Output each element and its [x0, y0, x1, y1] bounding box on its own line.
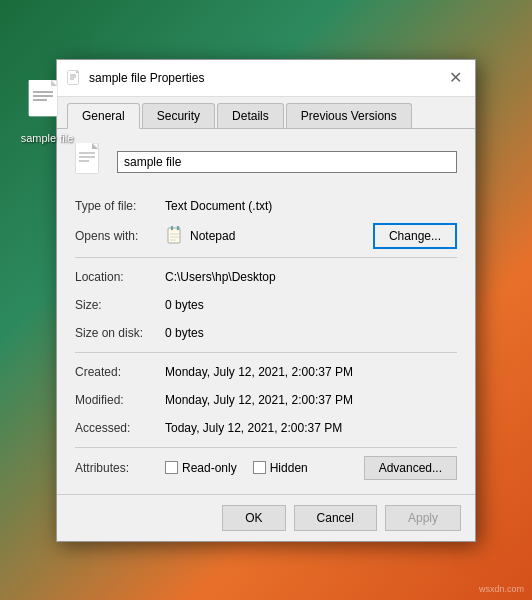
- filename-row: [75, 143, 457, 181]
- hidden-label: Hidden: [270, 461, 308, 475]
- cancel-button[interactable]: Cancel: [294, 505, 377, 531]
- size-label: Size:: [75, 298, 165, 312]
- svg-rect-19: [171, 226, 173, 230]
- modified-value: Monday, July 12, 2021, 2:00:37 PM: [165, 393, 457, 407]
- tab-previous-versions[interactable]: Previous Versions: [286, 103, 412, 128]
- ok-button[interactable]: OK: [222, 505, 285, 531]
- location-value: C:\Users\hp\Desktop: [165, 270, 457, 284]
- separator-1: [75, 257, 457, 258]
- readonly-checkbox-label[interactable]: Read-only: [165, 461, 237, 475]
- close-button[interactable]: ✕: [445, 68, 465, 88]
- watermark: wsxdn.com: [479, 584, 524, 594]
- properties-dialog: sample file Properties ✕ General Securit…: [56, 59, 476, 542]
- created-value: Monday, July 12, 2021, 2:00:37 PM: [165, 365, 457, 379]
- apply-button: Apply: [385, 505, 461, 531]
- opens-with-row: Opens with: Notepad Change...: [75, 223, 457, 249]
- opens-with-label: Opens with:: [75, 229, 165, 243]
- file-icon: [75, 143, 107, 181]
- hidden-checkbox[interactable]: [253, 461, 266, 474]
- hidden-checkbox-label[interactable]: Hidden: [253, 461, 308, 475]
- location-label: Location:: [75, 270, 165, 284]
- button-bar: OK Cancel Apply: [57, 494, 475, 541]
- title-bar-text: sample file Properties: [89, 71, 445, 85]
- dialog-content: Type of file: Text Document (.txt) Opens…: [57, 129, 475, 494]
- accessed-value: Today, July 12, 2021, 2:00:37 PM: [165, 421, 457, 435]
- attributes-row: Attributes: Read-only Hidden Advanced...: [75, 456, 457, 480]
- created-label: Created:: [75, 365, 165, 379]
- tab-details[interactable]: Details: [217, 103, 284, 128]
- size-on-disk-row: Size on disk: 0 bytes: [75, 322, 457, 344]
- accessed-row: Accessed: Today, July 12, 2021, 2:00:37 …: [75, 417, 457, 439]
- created-row: Created: Monday, July 12, 2021, 2:00:37 …: [75, 361, 457, 383]
- change-button[interactable]: Change...: [373, 223, 457, 249]
- opens-with-app: Notepad: [190, 229, 373, 243]
- desktop-file-svg: [27, 80, 67, 128]
- modified-label: Modified:: [75, 393, 165, 407]
- desktop-icon-label: sample file: [21, 132, 74, 144]
- readonly-label: Read-only: [182, 461, 237, 475]
- tab-security[interactable]: Security: [142, 103, 215, 128]
- advanced-button[interactable]: Advanced...: [364, 456, 457, 480]
- type-value: Text Document (.txt): [165, 199, 457, 213]
- size-on-disk-value: 0 bytes: [165, 326, 457, 340]
- notepad-icon: [165, 226, 185, 246]
- size-on-disk-label: Size on disk:: [75, 326, 165, 340]
- svg-rect-20: [177, 226, 179, 230]
- readonly-checkbox[interactable]: [165, 461, 178, 474]
- location-row: Location: C:\Users\hp\Desktop: [75, 266, 457, 288]
- accessed-label: Accessed:: [75, 421, 165, 435]
- attributes-label: Attributes:: [75, 461, 165, 475]
- title-bar: sample file Properties ✕: [57, 60, 475, 97]
- modified-row: Modified: Monday, July 12, 2021, 2:00:37…: [75, 389, 457, 411]
- type-label: Type of file:: [75, 199, 165, 213]
- filename-input[interactable]: [117, 151, 457, 173]
- type-row: Type of file: Text Document (.txt): [75, 195, 457, 217]
- separator-3: [75, 447, 457, 448]
- size-row: Size: 0 bytes: [75, 294, 457, 316]
- size-value: 0 bytes: [165, 298, 457, 312]
- tab-bar: General Security Details Previous Versio…: [57, 97, 475, 129]
- separator-2: [75, 352, 457, 353]
- tab-general[interactable]: General: [67, 103, 140, 129]
